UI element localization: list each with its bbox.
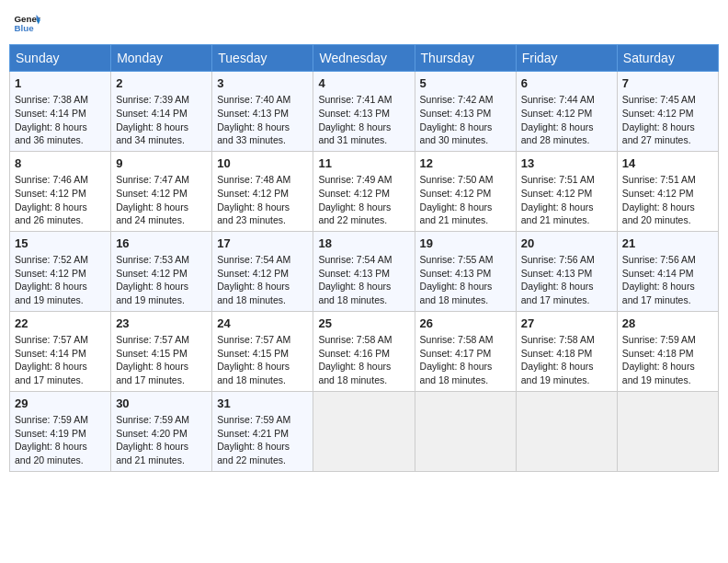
svg-text:Blue: Blue bbox=[15, 23, 35, 33]
weekday-header-thursday: Thursday bbox=[415, 45, 516, 72]
calendar-week-3: 22Sunrise: 7:57 AMSunset: 4:14 PMDayligh… bbox=[10, 311, 719, 391]
calendar-day-empty-4-4 bbox=[415, 391, 516, 471]
weekday-header-sunday: Sunday bbox=[10, 45, 111, 72]
calendar-week-4: 29Sunrise: 7:59 AMSunset: 4:19 PMDayligh… bbox=[10, 391, 719, 471]
weekday-header-wednesday: Wednesday bbox=[313, 45, 415, 72]
weekday-header-monday: Monday bbox=[111, 45, 212, 72]
calendar-day-22: 22Sunrise: 7:57 AMSunset: 4:14 PMDayligh… bbox=[10, 311, 111, 391]
calendar-day-15: 15Sunrise: 7:52 AMSunset: 4:12 PMDayligh… bbox=[10, 231, 111, 311]
calendar-day-17: 17Sunrise: 7:54 AMSunset: 4:12 PMDayligh… bbox=[212, 231, 313, 311]
calendar-day-27: 27Sunrise: 7:58 AMSunset: 4:18 PMDayligh… bbox=[516, 311, 617, 391]
logo: General Blue bbox=[13, 9, 40, 37]
calendar-day-21: 21Sunrise: 7:56 AMSunset: 4:14 PMDayligh… bbox=[617, 231, 718, 311]
calendar-day-empty-4-6 bbox=[617, 391, 718, 471]
calendar-day-28: 28Sunrise: 7:59 AMSunset: 4:18 PMDayligh… bbox=[617, 311, 718, 391]
calendar-day-25: 25Sunrise: 7:58 AMSunset: 4:16 PMDayligh… bbox=[313, 311, 415, 391]
calendar-day-11: 11Sunrise: 7:49 AMSunset: 4:12 PMDayligh… bbox=[313, 151, 415, 231]
calendar-day-empty-4-3 bbox=[313, 391, 415, 471]
calendar-table: SundayMondayTuesdayWednesdayThursdayFrid… bbox=[9, 44, 719, 472]
calendar-day-29: 29Sunrise: 7:59 AMSunset: 4:19 PMDayligh… bbox=[10, 391, 111, 471]
weekday-header-row: SundayMondayTuesdayWednesdayThursdayFrid… bbox=[10, 45, 719, 72]
calendar-day-23: 23Sunrise: 7:57 AMSunset: 4:15 PMDayligh… bbox=[111, 311, 212, 391]
calendar-day-empty-4-5 bbox=[516, 391, 617, 471]
calendar-day-16: 16Sunrise: 7:53 AMSunset: 4:12 PMDayligh… bbox=[111, 231, 212, 311]
calendar-day-1: 1Sunrise: 7:38 AMSunset: 4:14 PMDaylight… bbox=[10, 72, 111, 152]
calendar-week-2: 15Sunrise: 7:52 AMSunset: 4:12 PMDayligh… bbox=[10, 231, 719, 311]
calendar-day-12: 12Sunrise: 7:50 AMSunset: 4:12 PMDayligh… bbox=[415, 151, 516, 231]
weekday-header-saturday: Saturday bbox=[617, 45, 718, 72]
calendar-day-7: 7Sunrise: 7:45 AMSunset: 4:12 PMDaylight… bbox=[617, 72, 718, 152]
calendar-day-18: 18Sunrise: 7:54 AMSunset: 4:13 PMDayligh… bbox=[313, 231, 415, 311]
calendar-week-0: 1Sunrise: 7:38 AMSunset: 4:14 PMDaylight… bbox=[10, 72, 719, 152]
calendar-day-26: 26Sunrise: 7:58 AMSunset: 4:17 PMDayligh… bbox=[415, 311, 516, 391]
calendar-day-6: 6Sunrise: 7:44 AMSunset: 4:12 PMDaylight… bbox=[516, 72, 617, 152]
calendar-day-3: 3Sunrise: 7:40 AMSunset: 4:13 PMDaylight… bbox=[212, 72, 313, 152]
calendar-day-19: 19Sunrise: 7:55 AMSunset: 4:13 PMDayligh… bbox=[415, 231, 516, 311]
calendar-day-10: 10Sunrise: 7:48 AMSunset: 4:12 PMDayligh… bbox=[212, 151, 313, 231]
weekday-header-tuesday: Tuesday bbox=[212, 45, 313, 72]
calendar-day-24: 24Sunrise: 7:57 AMSunset: 4:15 PMDayligh… bbox=[212, 311, 313, 391]
weekday-header-friday: Friday bbox=[516, 45, 617, 72]
calendar-day-13: 13Sunrise: 7:51 AMSunset: 4:12 PMDayligh… bbox=[516, 151, 617, 231]
calendar-day-14: 14Sunrise: 7:51 AMSunset: 4:12 PMDayligh… bbox=[617, 151, 718, 231]
calendar-day-9: 9Sunrise: 7:47 AMSunset: 4:12 PMDaylight… bbox=[111, 151, 212, 231]
calendar-day-30: 30Sunrise: 7:59 AMSunset: 4:20 PMDayligh… bbox=[111, 391, 212, 471]
calendar-day-8: 8Sunrise: 7:46 AMSunset: 4:12 PMDaylight… bbox=[10, 151, 111, 231]
calendar-day-5: 5Sunrise: 7:42 AMSunset: 4:13 PMDaylight… bbox=[415, 72, 516, 152]
calendar-day-4: 4Sunrise: 7:41 AMSunset: 4:13 PMDaylight… bbox=[313, 72, 415, 152]
calendar-day-20: 20Sunrise: 7:56 AMSunset: 4:13 PMDayligh… bbox=[516, 231, 617, 311]
calendar-day-2: 2Sunrise: 7:39 AMSunset: 4:14 PMDaylight… bbox=[111, 72, 212, 152]
header: General Blue bbox=[9, 9, 719, 37]
calendar-week-1: 8Sunrise: 7:46 AMSunset: 4:12 PMDaylight… bbox=[10, 151, 719, 231]
calendar-day-31: 31Sunrise: 7:59 AMSunset: 4:21 PMDayligh… bbox=[212, 391, 313, 471]
